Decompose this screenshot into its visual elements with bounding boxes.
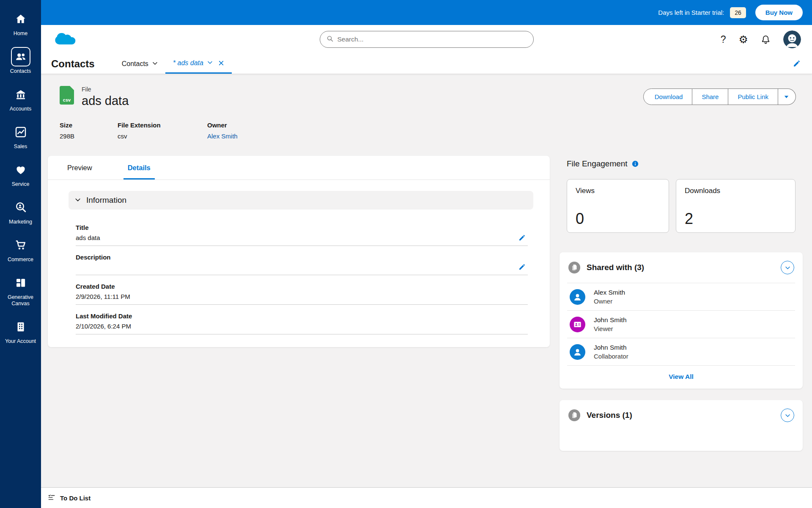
field-label: Last Modified Date — [76, 312, 528, 320]
sidebar-item-contacts[interactable]: Contacts — [1, 47, 40, 75]
sidebar-item-commerce[interactable]: Commerce — [1, 235, 40, 263]
shared-person-row[interactable]: John Smith Viewer — [567, 311, 795, 338]
field-label: Title — [76, 224, 528, 231]
field-label: Description — [76, 254, 528, 261]
search-input[interactable] — [337, 36, 527, 43]
commerce-icon — [11, 235, 30, 255]
detail-card-tabs: Preview Details — [48, 156, 550, 180]
person-role: Viewer — [594, 325, 627, 332]
file-detail-card: Preview Details Information — [48, 156, 550, 347]
entity-type-label: File — [82, 86, 129, 93]
utility-bar: To Do List — [41, 487, 812, 508]
trial-topbar: Days left in Starter trial: 26 Buy Now — [41, 0, 812, 25]
salesforce-logo[interactable] — [52, 31, 76, 48]
contacts-icon — [11, 47, 30, 66]
file-extension-label: File Extension — [118, 121, 207, 129]
sidebar-item-label: Marketing — [9, 219, 32, 225]
accounts-icon — [11, 85, 30, 104]
downloads-value: 2 — [685, 211, 787, 226]
settings-gear-icon[interactable]: ⚙ — [739, 33, 748, 46]
file-engagement-section: File Engagement Views 0 Downloads — [560, 159, 803, 233]
file-header: csv File ads data Download Share Public … — [48, 86, 803, 140]
tab-contacts[interactable]: Contacts — [114, 54, 165, 74]
shared-people-list: Alex Smith Owner John Smith V — [567, 283, 795, 366]
trial-days-badge: 26 — [730, 7, 746, 18]
owner-label: Owner — [207, 121, 238, 129]
contact-card-avatar-icon — [570, 317, 585, 332]
todo-list-label: To Do List — [60, 494, 91, 502]
file-extension-value: csv — [118, 133, 207, 140]
person-name: Alex Smith — [594, 289, 625, 296]
sidebar-item-home[interactable]: Home — [1, 9, 40, 37]
field-last-modified-date: Last Modified Date 2/10/2026, 6:24 PM — [76, 312, 528, 334]
field-title: Title ads data — [76, 224, 528, 246]
tab-close-icon[interactable] — [218, 60, 224, 66]
view-all-link[interactable]: View All — [669, 373, 694, 380]
help-icon[interactable]: ? — [721, 34, 726, 45]
tab-preview[interactable]: Preview — [57, 156, 102, 179]
sidebar-item-marketing[interactable]: Marketing — [1, 198, 40, 225]
chevron-down-icon[interactable] — [152, 60, 158, 68]
shared-person-row[interactable]: Alex Smith Owner — [567, 283, 795, 311]
downloads-label: Downloads — [685, 187, 787, 195]
todo-list-icon — [48, 494, 55, 502]
more-actions-dropdown-button[interactable] — [778, 88, 796, 105]
file-action-buttons: Download Share Public Link — [643, 88, 796, 105]
download-button[interactable]: Download — [643, 88, 693, 105]
edit-page-pencil-icon[interactable] — [793, 60, 800, 67]
sidebar-item-generative-canvas[interactable]: Generative Canvas — [1, 273, 40, 307]
sidebar-item-accounts[interactable]: Accounts — [1, 85, 40, 112]
page-content: csv File ads data Download Share Public … — [41, 74, 812, 487]
person-role: Owner — [594, 298, 625, 305]
views-value: 0 — [576, 211, 660, 226]
edit-title-pencil-icon[interactable] — [518, 235, 525, 241]
public-link-button[interactable]: Public Link — [728, 88, 778, 105]
marketing-icon — [11, 198, 30, 217]
trial-days-label: Days left in Starter trial: — [658, 9, 724, 16]
sidebar-item-label: Contacts — [10, 68, 31, 75]
views-label: Views — [576, 187, 660, 195]
chevron-down-icon[interactable] — [207, 59, 213, 67]
owner-link[interactable]: Alex Smith — [207, 133, 238, 140]
sidebar-item-label: Accounts — [10, 106, 31, 112]
shared-person-row[interactable]: John Smith Collaborator — [567, 338, 795, 366]
versions-icon — [568, 409, 581, 422]
your-account-icon — [11, 317, 30, 337]
file-owner-field: Owner Alex Smith — [207, 121, 238, 140]
tab-preview-label: Preview — [67, 164, 92, 172]
shared-with-collapse-button[interactable] — [781, 261, 794, 274]
versions-collapse-button[interactable] — [781, 409, 794, 422]
buy-now-button[interactable]: Buy Now — [755, 5, 803, 20]
page-title: Contacts — [51, 58, 95, 70]
tab-file-ads-data[interactable]: * ads data — [165, 54, 232, 74]
sidebar-item-label: Commerce — [8, 257, 33, 263]
object-nav-bar: Contacts Contacts * ads data — [41, 54, 812, 74]
notifications-bell-icon[interactable] — [761, 35, 771, 44]
field-value: 2/10/2026, 6:24 PM — [76, 323, 131, 330]
share-button[interactable]: Share — [692, 88, 728, 105]
sidebar-item-label: Service — [12, 181, 30, 188]
todo-list-button[interactable]: To Do List — [48, 494, 91, 502]
user-avatar[interactable] — [783, 30, 801, 48]
versions-card: Versions (1) — [560, 400, 803, 451]
tab-details[interactable]: Details — [118, 156, 161, 179]
versions-title: Versions (1) — [587, 411, 775, 420]
information-section-header[interactable]: Information — [69, 191, 533, 210]
user-avatar-icon — [570, 289, 585, 305]
tab-file-label: * ads data — [173, 59, 203, 67]
user-avatar-icon — [570, 344, 585, 360]
file-size-field: Size 298B — [60, 121, 118, 140]
sidebar-item-service[interactable]: Service — [1, 160, 40, 188]
sidebar-item-label: Generative Canvas — [1, 294, 40, 307]
generative-canvas-icon — [11, 273, 30, 293]
sidebar-item-label: Sales — [14, 144, 27, 150]
sidebar-item-sales[interactable]: Sales — [1, 122, 40, 150]
sidebar-item-label: Your Account — [5, 338, 36, 345]
shared-with-card: Shared with (3) Alex Smi — [560, 252, 803, 389]
downloads-stat-card: Downloads 2 — [676, 179, 796, 233]
sidebar-item-your-account[interactable]: Your Account — [1, 317, 40, 345]
file-extension-field: File Extension csv — [118, 121, 207, 140]
global-search-box[interactable] — [320, 31, 534, 48]
edit-description-pencil-icon[interactable] — [518, 264, 525, 271]
info-icon[interactable] — [632, 160, 639, 167]
